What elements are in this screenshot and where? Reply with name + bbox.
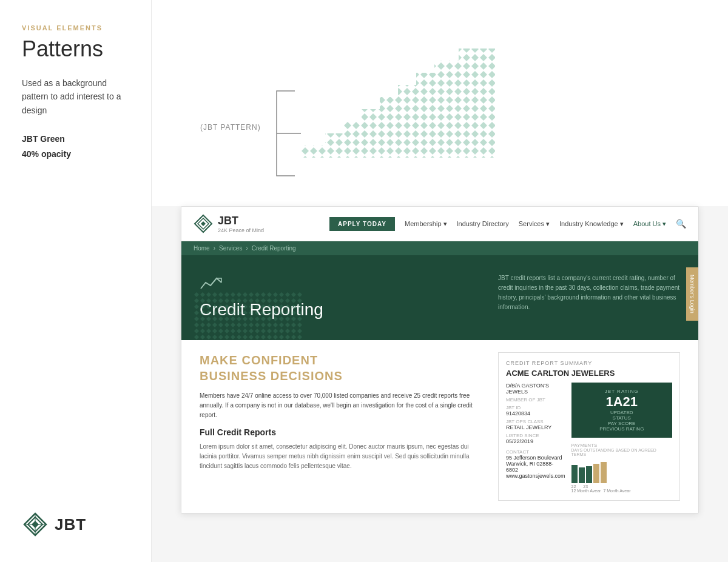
credit-card-body: D/B/A GASTON'S JEWELS MEMBER OF JBT JBT … bbox=[506, 383, 672, 493]
credit-right-col: JBT RATING 1A21 UPDATED STATUS PAY SCORE… bbox=[571, 383, 672, 493]
credit-summary-label: CREDIT REPORT SUMMARY bbox=[506, 360, 672, 366]
credit-listed-label: LISTED SINCE bbox=[506, 433, 565, 438]
payment-chart bbox=[571, 459, 672, 483]
credit-member: MEMBER OF JBT bbox=[506, 397, 565, 403]
color-info: JBT Green 40% opacity bbox=[22, 132, 129, 162]
heading-line1: MAKE CONFIDENT bbox=[200, 352, 486, 368]
body-description: Members have 24/7 online access to over … bbox=[200, 391, 486, 420]
bar-1 bbox=[571, 465, 578, 483]
dot-pattern bbox=[194, 292, 303, 340]
bar-4 bbox=[593, 464, 599, 483]
breadcrumb-sep-1: › bbox=[214, 245, 215, 252]
hero-section: Credit Reporting JBT credit reports list… bbox=[181, 255, 698, 340]
jbt-rating-value: 1A21 bbox=[578, 394, 666, 410]
section-label: VISUAL ELEMENTS bbox=[22, 24, 129, 32]
lorem-text: Lorem ipsum dolor sit amet, consectetur … bbox=[200, 442, 486, 471]
credit-listed-since: LISTED SINCE 05/22/2019 bbox=[506, 433, 565, 444]
nav-logo-icon bbox=[194, 214, 213, 233]
label-7month: 7 Month Avear bbox=[603, 489, 630, 493]
sidebar-content: VISUAL ELEMENTS Patterns Used as a backg… bbox=[22, 24, 129, 162]
website-mockup: JBT 24K Peace of Mind APPLY TODAY Member… bbox=[181, 206, 699, 513]
credit-jbt-id-label: JBT ID bbox=[506, 405, 565, 410]
confident-heading: MAKE CONFIDENT BUSINESS DECISIONS bbox=[200, 352, 486, 384]
credit-left-col: D/B/A GASTON'S JEWELS MEMBER OF JBT JBT … bbox=[506, 383, 565, 493]
svg-marker-11 bbox=[201, 221, 206, 226]
pattern-label: (JBT PATTERN) bbox=[200, 123, 261, 132]
credit-address: 95 Jefferson Boulevard bbox=[506, 455, 565, 461]
nav-about-us[interactable]: About Us ▾ bbox=[633, 220, 666, 228]
nav-bar: JBT 24K Peace of Mind APPLY TODAY Member… bbox=[181, 207, 698, 241]
credit-company-name: ACME CARLTON JEWELERS bbox=[506, 369, 672, 378]
main-body: MAKE CONFIDENT BUSINESS DECISIONS Member… bbox=[181, 340, 698, 513]
heading-line2: BUSINESS DECISIONS bbox=[200, 368, 486, 384]
bar-5 bbox=[601, 462, 607, 483]
breadcrumb-bar: Home › Services › Credit Reporting bbox=[181, 241, 698, 255]
mockup-wrapper: JBT 24K Peace of Mind APPLY TODAY Member… bbox=[152, 206, 728, 513]
credit-class-value: RETAIL JEWELRY bbox=[506, 424, 565, 430]
search-icon[interactable]: 🔍 bbox=[676, 219, 686, 229]
credit-city: Warwick, RI 02888-6802 bbox=[506, 461, 565, 473]
body-left: MAKE CONFIDENT BUSINESS DECISIONS Member… bbox=[200, 352, 486, 501]
chart-label-2: 23 bbox=[583, 484, 588, 489]
credit-dba-value: D/B/A GASTON'S JEWELS bbox=[506, 383, 565, 395]
credit-listed-value: 05/22/2019 bbox=[506, 438, 565, 444]
breadcrumb-credit-reporting: Credit Reporting bbox=[252, 245, 296, 252]
rating-pay-score: PAY SCORE bbox=[578, 421, 666, 426]
sidebar-logo: JBT bbox=[22, 511, 129, 538]
nav-industry-directory[interactable]: Industry Directory bbox=[457, 220, 509, 227]
jbt-rating-label: JBT RATING bbox=[578, 389, 666, 394]
bar-2 bbox=[579, 467, 585, 483]
rating-previous: PREVIOUS RATING bbox=[578, 426, 666, 432]
credit-jbt-id: JBT ID 91420834 bbox=[506, 405, 565, 416]
rating-status: STATUS bbox=[578, 415, 666, 421]
bar-3 bbox=[586, 466, 592, 483]
credit-website: www.gastonsjewels.com bbox=[506, 473, 565, 479]
payments-note: DAYS OUTSTANDING BASED ON AGREED TERMS bbox=[571, 448, 672, 457]
nav-brand: JBT 24K Peace of Mind bbox=[218, 215, 264, 233]
credit-jbt-id-value: 91420834 bbox=[506, 410, 565, 416]
chart-sublabels: 12 Month Avear 7 Month Avear bbox=[571, 489, 672, 493]
member-login-tab[interactable]: Member's Login bbox=[686, 267, 698, 321]
color-opacity: 40% opacity bbox=[22, 147, 129, 162]
nav-brand-name: JBT bbox=[218, 215, 264, 227]
pattern-demo-area: (JBT PATTERN) bbox=[152, 0, 728, 206]
credit-report-card: CREDIT REPORT SUMMARY ACME CARLTON JEWEL… bbox=[498, 352, 680, 501]
bracket-icon bbox=[271, 85, 301, 182]
breadcrumb-services[interactable]: Services bbox=[219, 245, 242, 252]
logo-diamond-icon bbox=[22, 511, 49, 538]
chart-label-1: 22 bbox=[571, 484, 576, 489]
credit-class: JBT OPS CLASS RETAIL JEWELRY bbox=[506, 419, 565, 430]
color-name: JBT Green bbox=[22, 132, 129, 147]
payments-label: PAYMENTS bbox=[571, 443, 672, 448]
svg-rect-13 bbox=[194, 292, 303, 340]
hero-description: JBT credit reports list a company's curr… bbox=[498, 273, 680, 312]
credit-contact-label: CONTACT bbox=[506, 449, 565, 455]
logo-text: JBT bbox=[55, 515, 86, 534]
credit-class-label: JBT OPS CLASS bbox=[506, 419, 565, 424]
description: Used as a background pattern to add inte… bbox=[22, 76, 129, 117]
jbt-rating-box: JBT RATING 1A21 UPDATED STATUS PAY SCORE… bbox=[571, 383, 672, 438]
chart-labels: 22 23 bbox=[571, 484, 672, 489]
pattern-label-container: (JBT PATTERN) bbox=[200, 73, 301, 182]
nav-industry-knowledge[interactable]: Industry Knowledge ▾ bbox=[559, 220, 624, 228]
nav-links: APPLY TODAY Membership ▾ Industry Direct… bbox=[329, 217, 686, 231]
svg-rect-8 bbox=[301, 36, 495, 158]
nav-tagline: 24K Peace of Mind bbox=[218, 227, 264, 233]
breadcrumb-home[interactable]: Home bbox=[194, 245, 210, 252]
breadcrumb-sep-2: › bbox=[246, 245, 248, 252]
nav-logo: JBT 24K Peace of Mind bbox=[194, 214, 264, 233]
credit-member-label: MEMBER OF JBT bbox=[506, 397, 565, 403]
credit-dba: D/B/A GASTON'S JEWELS bbox=[506, 383, 565, 395]
payments-section: PAYMENTS DAYS OUTSTANDING BASED ON AGREE… bbox=[571, 443, 672, 493]
rating-updated: UPDATED bbox=[578, 410, 666, 415]
diamond-pattern bbox=[301, 36, 495, 158]
main-content: (JBT PATTERN) bbox=[152, 0, 728, 562]
label-12month: 12 Month Avear bbox=[571, 489, 601, 493]
nav-services[interactable]: Services ▾ bbox=[519, 220, 550, 228]
apply-button[interactable]: APPLY TODAY bbox=[329, 217, 395, 231]
nav-membership[interactable]: Membership ▾ bbox=[405, 220, 447, 228]
hero-right: JBT credit reports list a company's curr… bbox=[498, 273, 680, 312]
credit-contact: CONTACT 95 Jefferson Boulevard Warwick, … bbox=[506, 449, 565, 479]
full-credit-title: Full Credit Reports bbox=[200, 427, 486, 437]
hero-icon bbox=[200, 273, 498, 294]
